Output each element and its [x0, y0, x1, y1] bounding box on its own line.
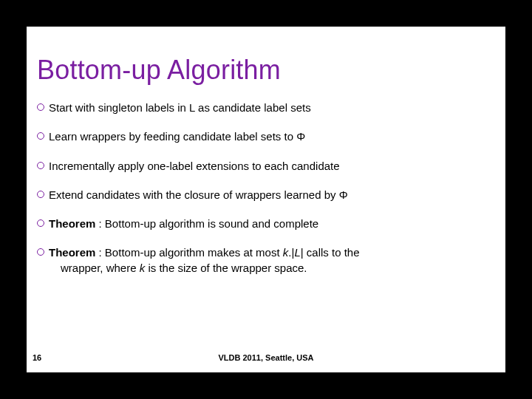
list-item: Theorem : Bottom-up algorithm makes at m…: [37, 245, 483, 276]
footer-text: VLDB 2011, Seattle, USA: [27, 353, 505, 362]
bullet-icon: [37, 191, 44, 198]
list-item: Theorem : Bottom-up algorithm is sound a…: [37, 216, 483, 231]
bullet-icon: [37, 162, 44, 169]
bullet-list: Start with singleton labels in L as cand…: [37, 100, 483, 290]
bullet-text: Extend candidates with the closure of wr…: [49, 188, 483, 202]
bullet-text: Theorem : Bottom-up algorithm is sound a…: [49, 216, 483, 231]
bullet-text: Start with singleton labels in L as cand…: [49, 100, 483, 115]
bullet-icon: [37, 219, 44, 227]
list-item: Extend candidates with the closure of wr…: [37, 188, 483, 202]
bullet-icon: [37, 103, 44, 111]
bullet-text: Learn wrappers by feeding candidate labe…: [49, 129, 483, 144]
bullet-icon: [37, 132, 44, 140]
list-item: Start with singleton labels in L as cand…: [37, 100, 483, 115]
slide-title: Bottom-up Algorithm: [37, 55, 281, 86]
bullet-icon: [37, 248, 44, 256]
list-item: Learn wrappers by feeding candidate labe…: [37, 129, 483, 144]
list-item: Incrementally apply one-label extensions…: [37, 159, 483, 174]
slide: Bottom-up Algorithm Start with singleton…: [27, 27, 505, 372]
bullet-text: Incrementally apply one-label extensions…: [49, 159, 483, 174]
bullet-text: Theorem : Bottom-up algorithm makes at m…: [49, 245, 483, 276]
